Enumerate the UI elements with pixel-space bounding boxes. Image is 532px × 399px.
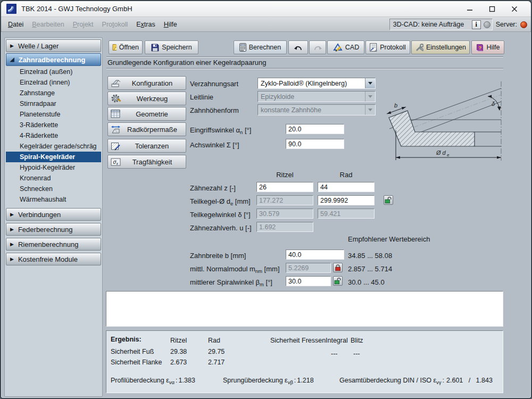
teilkegel-label: Teilkegel-Ø de [mm] <box>190 197 251 206</box>
sidebar-item-planetenstufe[interactable]: Planetenstufe <box>6 109 101 120</box>
verzahnungsart-value: Zyklo-Palloid® (Klingelnberg) <box>258 80 365 87</box>
toleranzen-button-label: Toleranzen <box>121 142 183 150</box>
info-button[interactable]: i <box>472 20 481 29</box>
spiralwinkel-input[interactable] <box>286 276 331 286</box>
achswinkel-input[interactable] <box>286 139 344 149</box>
cad-status-text: 3D-CAD: keine Aufträge <box>393 21 469 28</box>
werkzeug-button[interactable]: Werkzeug <box>107 92 186 105</box>
bevel-gear-diagram: b δ Ø d e <box>384 77 512 165</box>
redo-button[interactable] <box>309 40 326 54</box>
window-title: TBK 2014 - GWJ Technology GmbH <box>21 5 459 13</box>
settings-button-label: Einstellungen <box>426 44 466 51</box>
spiralwinkel-range: 30.0 ... 45.0 <box>348 278 385 286</box>
diagram-delta-label: δ <box>492 101 495 107</box>
sidebar-header-federberechnung[interactable]: ▶Federberechnung <box>6 223 101 236</box>
werkzeug-button-label: Werkzeug <box>121 95 183 103</box>
teilkegel-lock-button[interactable] <box>384 195 393 205</box>
geometrie-button[interactable]: Geometrie <box>107 107 186 121</box>
save-floppy-icon <box>151 44 159 52</box>
sidebar-header-verbindungen[interactable]: ▶Verbindungen <box>6 208 101 221</box>
sidebar-item-spiral-kegelraeder[interactable]: Spiral-Kegelräder <box>6 152 101 162</box>
menu-extras[interactable]: Extras <box>132 18 159 31</box>
calculate-button-label: Berechnen <box>249 44 281 51</box>
protocol-document-icon <box>370 43 377 52</box>
expanded-arrow-icon: ◢ <box>10 57 14 62</box>
results-title: Ergebnis: <box>111 336 142 343</box>
open-button[interactable]: Öffnen <box>109 40 143 54</box>
dropdown-arrow-button[interactable] <box>365 78 375 88</box>
spiralwinkel-lock-button[interactable] <box>333 276 343 286</box>
sidebar-header-riemenberechnung[interactable]: ▶Riemenberechnung <box>6 238 101 251</box>
sidebar-header-zahnradberechnung[interactable]: ◢Zahnradberechnung <box>6 53 101 66</box>
wertebereich-header: Empfohlener Wertebereich <box>348 235 430 243</box>
minimize-button[interactable] <box>459 2 481 16</box>
zahnhoehenform-dropdown: konstante Zahnhöhe <box>257 104 376 115</box>
undo-button[interactable] <box>288 40 308 54</box>
sidebar-item-waermehaushalt[interactable]: Wärmehaushalt <box>6 194 101 205</box>
collapsed-arrow-icon: ▶ <box>10 212 14 217</box>
settings-button[interactable]: Einstellungen <box>411 40 470 54</box>
konfiguration-button-label: Konfiguration <box>121 79 183 87</box>
protocol-button[interactable]: Protokoll <box>365 40 410 54</box>
toleranzen-button[interactable]: Toleranzen <box>107 139 186 153</box>
menu-hilfe[interactable]: Hilfe <box>160 18 181 31</box>
results-flanke-rad: 2.717 <box>208 359 225 366</box>
sidebar-item-4-raederkette[interactable]: 4-Räderkette <box>6 130 101 141</box>
results-flanke-label: Sicherheit Flanke <box>111 359 162 366</box>
results-panel: Ergebnis: Ritzel Rad Sicherheit Fressen … <box>106 330 503 393</box>
open-folder-icon <box>112 44 117 51</box>
achswinkel-label: Achswinkel Σ [°] <box>190 141 239 149</box>
verzahnungsart-dropdown[interactable]: Zyklo-Palloid® (Klingelnberg) <box>257 78 376 89</box>
sidebar-item-kegelraeder-gerade-schraeg[interactable]: Kegelräder gerade/schräg <box>6 141 101 152</box>
sidebar-item-kronenrad[interactable]: Kronenrad <box>6 173 101 184</box>
sidebar-item-einzelrad-aussen[interactable]: Einzelrad (außen) <box>6 66 101 77</box>
titlebar: TBK 2014 - GWJ Technology GmbH <box>1 1 531 17</box>
sidebar-item-stirnradpaar[interactable]: Stirnradpaar <box>6 98 101 109</box>
normalmodul-range: 2.857 ... 5.714 <box>348 265 392 273</box>
zaehnezahlverh-label: Zähnezahlverh. u [-] <box>190 224 252 232</box>
zahnbreite-input[interactable] <box>286 250 344 260</box>
sidebar-header-label: Kostenfreie Module <box>18 255 78 263</box>
zahnhoehenform-label: Zahnhöhenform <box>190 106 239 114</box>
close-button[interactable] <box>503 2 526 16</box>
collapsed-arrow-icon: ▶ <box>10 227 14 232</box>
maximize-button[interactable] <box>481 2 503 16</box>
sidebar-item-einzelrad-innen[interactable]: Einzelrad (innen) <box>6 77 101 88</box>
zaehnezahl-rad-input[interactable] <box>318 182 375 192</box>
radkoerpermasse-icon <box>111 125 121 134</box>
zaehnezahl-ritzel-input[interactable] <box>256 182 313 192</box>
app-logo-icon <box>6 4 16 14</box>
help-button[interactable]: ? Hilfe <box>471 40 504 54</box>
undo-icon <box>294 44 303 51</box>
calculate-button[interactable]: Berechnen <box>234 40 287 54</box>
eingriffswinkel-input[interactable] <box>286 124 344 134</box>
svg-text:?: ? <box>479 45 482 50</box>
teilkegel-rad-input[interactable] <box>318 195 375 205</box>
sidebar-item-3-raederkette[interactable]: 3-Räderkette <box>6 120 101 130</box>
collapsed-arrow-icon: ▶ <box>10 242 14 247</box>
sidebar-item-zahnstange[interactable]: Zahnstange <box>6 88 101 98</box>
collapsed-arrow-icon: ▶ <box>10 257 14 262</box>
tragfaehigkeit-button[interactable]: σx Tragfähigkeit <box>107 155 186 169</box>
zaehnezahlverh-input <box>256 222 313 232</box>
sidebar-item-schnecken[interactable]: Schnecken <box>6 184 101 194</box>
radkoerpermasse-button[interactable]: Radkörpermaße <box>107 122 186 136</box>
lock-open-icon <box>385 196 392 204</box>
menu-datei[interactable]: Datei <box>4 18 28 31</box>
geometrie-grid-icon <box>111 110 121 118</box>
help-button-label: Hilfe <box>486 44 500 51</box>
leitlinie-dropdown: Epizykloide <box>257 91 376 102</box>
save-button[interactable]: Speichern <box>145 40 198 54</box>
sidebar-header-kostenfreie-module[interactable]: ▶Kostenfreie Module <box>6 253 101 265</box>
leitlinie-value: Epizykloide <box>258 93 365 101</box>
konfiguration-button[interactable]: Konfiguration <box>107 76 186 90</box>
results-fuss-label: Sicherheit Fuß <box>111 348 154 355</box>
open-button-label: Öffnen <box>119 44 139 51</box>
close-icon <box>511 6 518 12</box>
message-box <box>106 291 503 327</box>
sidebar-header-welle-lager[interactable]: ▶Welle / Lager <box>6 39 101 52</box>
sidebar-item-hypoid-kegelraeder[interactable]: Hypoid-Kegelräder <box>6 162 101 173</box>
normalmodul-lock-button[interactable] <box>333 263 343 272</box>
eingriffswinkel-label: Eingriffswinkel αn [°] <box>190 126 251 135</box>
cad-button[interactable]: CAD <box>327 40 364 54</box>
